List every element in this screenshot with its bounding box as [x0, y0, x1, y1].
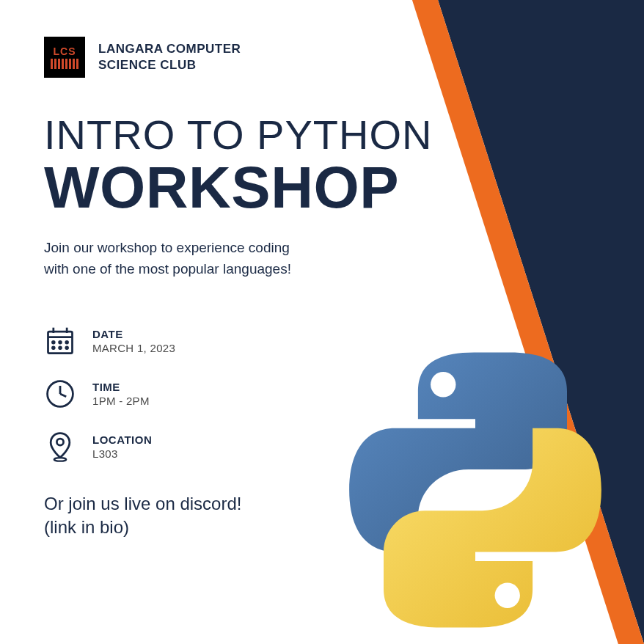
svg-line-12: [60, 394, 66, 397]
date-value: MARCH 1, 2023: [92, 342, 175, 354]
svg-point-13: [56, 439, 63, 445]
club-name-line1: LANGARA COMPUTER: [98, 41, 241, 57]
svg-point-9: [66, 347, 68, 349]
location-value: L303: [92, 447, 152, 460]
subtitle-line2: with one of the most popular languages!: [44, 259, 600, 280]
title-line1: INTRO TO PYTHON: [44, 114, 600, 155]
detail-location-text: LOCATION L303: [92, 433, 152, 460]
logo-keyboard-icon: [51, 59, 78, 69]
club-name-line2: SCIENCE CLUB: [98, 57, 241, 73]
location-pin-icon: [44, 431, 76, 463]
date-label: DATE: [92, 328, 175, 340]
svg-point-5: [59, 341, 62, 343]
time-value: 1PM - 2PM: [92, 395, 150, 407]
svg-point-15: [431, 372, 455, 397]
subtitle-line1: Join our workshop to experience coding: [44, 238, 600, 259]
svg-point-7: [52, 347, 54, 349]
svg-point-4: [52, 341, 54, 343]
club-name: LANGARA COMPUTER SCIENCE CLUB: [98, 41, 241, 73]
svg-point-16: [495, 583, 520, 608]
title-line2: WORKSHOP: [44, 158, 600, 217]
club-logo: LCS: [44, 37, 85, 78]
detail-date-text: DATE MARCH 1, 2023: [92, 328, 175, 354]
svg-point-6: [66, 341, 68, 343]
logo-text: LCS: [54, 45, 76, 57]
subtitle: Join our workshop to experience coding w…: [44, 238, 600, 279]
detail-time-text: TIME 1PM - 2PM: [92, 381, 150, 407]
time-label: TIME: [92, 381, 150, 393]
header: LCS LANGARA COMPUTER SCIENCE CLUB: [44, 37, 600, 78]
clock-icon: [44, 378, 76, 410]
calendar-icon: [44, 325, 76, 357]
svg-point-14: [54, 458, 67, 461]
location-label: LOCATION: [92, 433, 152, 446]
python-logo-icon: [329, 343, 622, 637]
svg-point-8: [59, 347, 62, 349]
